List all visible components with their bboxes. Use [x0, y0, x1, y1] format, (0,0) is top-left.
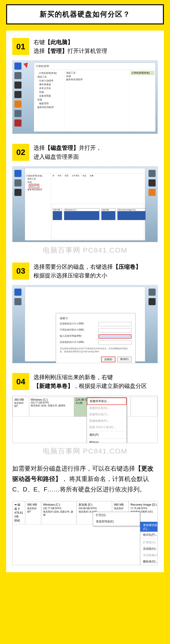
desktop-icon[interactable]	[14, 189, 21, 196]
dialog-row: 可用压缩空间大小(MB):	[60, 328, 132, 332]
cancel-button[interactable]: 取消(C)	[117, 356, 132, 362]
window-title: 计算机管理	[34, 63, 155, 70]
menu-item[interactable]: 帮助(H)	[87, 439, 127, 443]
t: 根据提示选择压缩容量的大小	[34, 272, 107, 279]
desktop-icon[interactable]	[149, 298, 156, 305]
dialog-row: 压缩后的总计大小(MB):	[60, 340, 132, 345]
watermark-text: 电脑百事网 PC841.COM	[12, 246, 158, 255]
highlight-disk-management[interactable]: 磁盘管理	[29, 184, 39, 188]
menu-item: 新建跨区卷(N)…	[87, 405, 127, 411]
desktop-icon[interactable]	[14, 100, 21, 108]
t: 右键	[34, 39, 45, 45]
desktop-icon[interactable]	[14, 288, 21, 296]
dialog-title: 压缩 C:	[60, 316, 132, 320]
desktop-icon[interactable]	[14, 170, 21, 177]
partition-bar[interactable]: 360 MB	[53, 208, 62, 220]
context-menu[interactable]: 新建简单卷(I)…新建跨区卷(N)…新建带区卷(T)…新建镜像卷(R)…新建 R…	[87, 397, 127, 443]
partition-row: 360 MB状态良好 (EFWindows (C:)232.77 GB NTFS…	[12, 397, 158, 417]
desktop-icon[interactable]	[14, 298, 21, 305]
partition-cell[interactable]: Windows (C:)232.77 GB NTFS状态良好 (启动, 页面文件…	[29, 397, 74, 416]
menu-item[interactable]: 压缩卷(H)…	[140, 546, 158, 552]
disk-state: 联机	[14, 519, 23, 523]
screenshot-step-03: 压缩 C: 压缩前的总计大小(MB):可用压缩空间大小(MB):输入压缩空间量(…	[12, 285, 158, 363]
screenshot-reorder: ➡ 磁盘 0 476.81 GB 联机 360 MB状态良好 (EFWindow…	[12, 501, 158, 565]
partition-bar[interactable]: 980 MB	[101, 208, 115, 220]
pane-item[interactable]: 服务和应用程序	[66, 78, 128, 81]
menu-item[interactable]: 属性(P)	[87, 432, 127, 438]
t-bold: 【磁盘管理】	[45, 144, 79, 151]
actions-pane: 计算机管理(本地)	[129, 70, 155, 132]
desktop-icon[interactable]	[14, 62, 21, 70]
menu-item[interactable]: 新建简单卷(I)…	[87, 398, 127, 405]
t: ，根据提示建立新的磁盘分区	[73, 383, 147, 389]
partition-cell[interactable]: 360 MB状态良好 (EF	[25, 501, 41, 524]
tree-item[interactable]: 系统工具	[37, 75, 47, 79]
desktop-icon[interactable]	[14, 120, 21, 126]
menu-item[interactable]: 打开(O)	[93, 512, 140, 518]
dialog-row: 压缩前的总计大小(MB):	[60, 322, 132, 326]
pane-item[interactable]: 系统工具	[66, 71, 128, 75]
tree-item[interactable]: 事件查看器	[39, 83, 51, 86]
disk-management-window: 计算机管理(本地) 系统工具 存储 磁盘管理 服务和应用程序 卷布局类型文件系统…	[25, 168, 145, 240]
instruction-paragraph: 如需要对新分磁盘进行排序，可以在右键选择【更改驱动器号和路径】， 将其重新命名，…	[12, 463, 158, 495]
t-bold: 【新建简单卷】	[34, 383, 73, 389]
nav-tree[interactable]: 计算机管理(本地) 系统工具 存储 磁盘管理 服务和应用程序	[25, 174, 51, 240]
step-01-text: 右键【此电脑】 选择【管理】打开计算机管理	[34, 38, 107, 55]
menu-item: 新建带区卷(T)…	[87, 411, 127, 418]
tree-item[interactable]: 共享文件夹	[39, 86, 51, 90]
step-04-header: 04 选择刚刚压缩出来的新卷，右键 【新建简单卷】，根据提示建立新的磁盘分区	[12, 373, 158, 390]
content-card: 01 右键【此电脑】 选择【管理】打开计算机管理 计算机管理	[6, 30, 164, 572]
disk-management-window: 压缩 C: 压缩前的总计大小(MB):可用压缩空间大小(MB):输入压缩空间量(…	[25, 287, 145, 362]
screenshot-step-04: 360 MB状态良好 (EFWindows (C:)232.77 GB NTFS…	[12, 396, 158, 443]
menu-item[interactable]: 更改驱动器号和路径(C)…	[140, 522, 158, 532]
desktop-icon[interactable]	[14, 91, 21, 98]
desktop-icon[interactable]	[149, 179, 156, 186]
step-03-text: 选择需要分区的磁盘，右键选择【压缩卷】 根据提示选择压缩容量的大小	[34, 262, 141, 280]
desktop-icon[interactable]	[14, 82, 21, 88]
step-01-header: 01 右键【此电脑】 选择【管理】打开计算机管理	[12, 38, 158, 55]
disk-label-col: ➡ 磁盘 0 476.81 GB 联机	[12, 501, 25, 524]
menu-item[interactable]: 资源管理器(E)	[93, 518, 140, 525]
menu-item: 添加镜像(A)…	[140, 552, 158, 558]
tree-item[interactable]: 计算机管理(本地)	[39, 71, 57, 75]
pane-item[interactable]: 存储	[66, 75, 128, 78]
tree-item[interactable]: 系统工具	[26, 178, 50, 181]
menu-item[interactable]: 删除卷(D)…	[140, 558, 158, 565]
dialog-row: 输入压缩空间量(MB):	[60, 334, 132, 338]
tree-item[interactable]: 服务和应用程序	[26, 188, 50, 192]
context-submenu[interactable]: 更改驱动器号和路径(C)…格式化(F)…扩展卷(X)…压缩卷(H)…添加镜像(A…	[140, 522, 158, 565]
tree-item[interactable]: 存储	[37, 98, 42, 102]
tree-item[interactable]: 任务计划程序	[39, 79, 53, 83]
t: 选择需要分区的磁盘，右键选择	[34, 264, 113, 270]
partition-bar[interactable]: Windows (C:)	[64, 208, 99, 220]
desktop-icon[interactable]	[14, 179, 21, 186]
step-02-number: 02	[12, 144, 29, 161]
tree-item[interactable]: 存储	[26, 181, 50, 184]
tree-item[interactable]: 服务和应用程序	[37, 106, 54, 109]
partition-cell[interactable]: 360 MB状态良好 (EF	[13, 397, 29, 416]
screenshot-step-01: 计算机管理 计算机管理(本地) 系统工具 任务计划程序 事件查看器 共享文件夹 …	[12, 60, 158, 134]
partition-cell[interactable]: Windows (C:)232.77 GB NTFS状态良好 (启动, 页面文件…	[41, 501, 77, 524]
desktop-icon[interactable]	[14, 110, 21, 117]
tree-item[interactable]: 磁盘管理	[39, 102, 49, 106]
tree-item[interactable]: 设备管理器	[39, 94, 51, 98]
desktop-icon[interactable]	[149, 170, 156, 177]
desktop-icon[interactable]	[149, 189, 156, 196]
menu-item[interactable]: 格式化(F)…	[140, 532, 158, 538]
menu-item: 新建镜像卷(R)…	[87, 418, 127, 424]
partition-bar[interactable]: Recovery Image (D:)	[117, 208, 146, 220]
shrink-button[interactable]: 压缩(S)	[101, 356, 115, 362]
nav-tree[interactable]: 计算机管理(本地) 系统工具 任务计划程序 事件查看器 共享文件夹 性能 设备管…	[34, 70, 65, 132]
dialog-input[interactable]	[98, 334, 132, 338]
computer-management-window: 计算机管理 计算机管理(本地) 系统工具 任务计划程序 事件查看器 共享文件夹 …	[34, 62, 156, 132]
dialog-input	[98, 328, 132, 332]
desktop-icon[interactable]	[149, 288, 156, 296]
tree-item[interactable]: 性能	[39, 90, 44, 94]
desktop-icon[interactable]	[14, 72, 21, 79]
t: 进入磁盘管理界面	[34, 154, 79, 160]
context-menu[interactable]: 打开(O)资源管理器(E)	[93, 512, 140, 526]
step-01-number: 01	[12, 38, 29, 55]
step-03-header: 03 选择需要分区的磁盘，右键选择【压缩卷】 根据提示选择压缩容量的大小	[12, 262, 158, 280]
tree-item[interactable]: 计算机管理(本地)	[26, 174, 50, 178]
watermark-text: 电脑百事网 PC841.COM	[12, 446, 158, 456]
